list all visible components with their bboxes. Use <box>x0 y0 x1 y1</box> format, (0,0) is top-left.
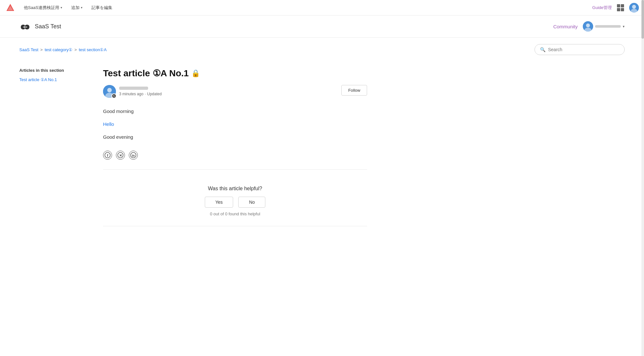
helpful-yes-button[interactable]: Yes <box>205 197 233 208</box>
scrollbar[interactable] <box>641 0 644 233</box>
helpful-buttons: Yes No <box>103 197 367 208</box>
secondary-header: SaaS Test Community ▾ <box>0 15 644 38</box>
x-share-icon[interactable]: ✕ <box>116 151 125 160</box>
author-meta: 3 minutes ago · Updated <box>119 92 162 96</box>
nav-item-add[interactable]: 追加 ▾ <box>68 3 86 13</box>
helpful-no-button[interactable]: No <box>238 197 265 208</box>
author-avatar: ✎ <box>103 85 116 98</box>
brand-area: SaaS Test <box>19 21 61 32</box>
sidebar-link-article[interactable]: Test article ①A No.1 <box>19 77 90 83</box>
social-icons: f ✕ in <box>103 151 367 170</box>
svg-point-3 <box>632 5 636 9</box>
author-details: 3 minutes ago · Updated <box>119 87 162 96</box>
chevron-down-icon: ▾ <box>61 6 62 9</box>
top-nav-right: Guide管理 <box>592 3 639 13</box>
brand-logo <box>19 21 31 32</box>
linkedin-share-icon[interactable]: in <box>129 151 138 160</box>
article-content: Test article ①A No.1 🔒 ✎ <box>103 68 367 226</box>
sidebar-title: Articles in this section <box>19 68 90 73</box>
search-input[interactable] <box>548 47 619 52</box>
main-layout: Articles in this section Test article ①A… <box>0 61 386 233</box>
brand-name: SaaS Test <box>35 23 61 30</box>
article-line-2: Hello <box>103 120 367 128</box>
search-box[interactable]: 🔍 <box>535 44 625 55</box>
user-avatar-secondary <box>583 21 593 32</box>
helpful-count: 0 out of 0 found this helpful <box>103 211 367 216</box>
author-area: ✎ 3 minutes ago · Updated Follow <box>103 85 367 98</box>
author-info: ✎ 3 minutes ago · Updated <box>103 85 162 98</box>
article-title: Test article ①A No.1 🔒 <box>103 68 367 79</box>
community-link[interactable]: Community <box>553 24 578 29</box>
author-timestamp: 3 minutes ago <box>119 92 143 96</box>
user-menu-chevron-icon: ▾ <box>623 24 625 29</box>
helpful-question: Was this article helpful? <box>103 186 367 192</box>
svg-text:✕: ✕ <box>119 154 122 157</box>
secondary-nav: Community ▾ <box>553 21 625 32</box>
article-body: Good morning Hello Good evening <box>103 108 367 141</box>
user-menu[interactable]: ▾ <box>583 21 625 32</box>
breadcrumb-item-section[interactable]: test section①A <box>79 47 107 52</box>
nav-item-saas[interactable]: 他SaaS連携検証用 ▾ <box>21 3 65 13</box>
lock-icon: 🔒 <box>191 69 200 78</box>
breadcrumb-item-category[interactable]: test category① <box>45 47 72 52</box>
follow-button[interactable]: Follow <box>341 85 367 96</box>
svg-text:f: f <box>107 154 108 157</box>
breadcrumb-sep-1: > <box>40 47 43 52</box>
user-menu-name-bar <box>595 25 621 28</box>
author-status: Updated <box>147 92 162 96</box>
nav-item-edit[interactable]: 記事を編集 <box>88 3 116 13</box>
svg-text:✎: ✎ <box>113 95 115 97</box>
breadcrumb: SaaS Test > test category① > test sectio… <box>19 47 107 52</box>
helpful-section: Was this article helpful? Yes No 0 out o… <box>103 179 367 226</box>
breadcrumb-item-home[interactable]: SaaS Test <box>19 47 38 52</box>
author-badge: ✎ <box>111 93 117 98</box>
breadcrumb-sep-2: > <box>74 47 77 52</box>
article-line-1: Good morning <box>103 108 367 115</box>
sidebar: Articles in this section Test article ①A… <box>19 68 90 226</box>
app-logo[interactable] <box>5 3 15 13</box>
svg-point-12 <box>107 88 112 92</box>
article-line-3: Good evening <box>103 133 367 141</box>
author-name-placeholder <box>119 87 148 90</box>
author-separator: · <box>145 92 146 96</box>
svg-point-9 <box>586 23 590 27</box>
facebook-share-icon[interactable]: f <box>103 151 112 160</box>
guide-link[interactable]: Guide管理 <box>592 5 612 11</box>
svg-text:in: in <box>132 154 135 157</box>
breadcrumb-area: SaaS Test > test category① > test sectio… <box>0 38 644 61</box>
grid-icon[interactable] <box>617 4 624 11</box>
search-icon: 🔍 <box>540 47 545 52</box>
chevron-down-icon: ▾ <box>81 6 82 9</box>
top-nav: 他SaaS連携検証用 ▾ 追加 ▾ 記事を編集 Guide管理 <box>0 0 644 15</box>
user-avatar-top[interactable] <box>629 3 639 13</box>
scrollbar-thumb[interactable] <box>641 0 644 39</box>
